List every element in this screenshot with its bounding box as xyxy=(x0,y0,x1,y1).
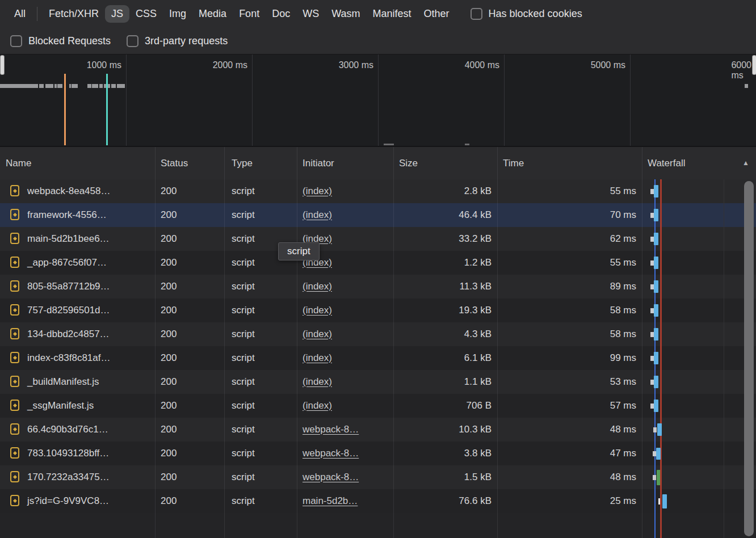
column-header-waterfall[interactable]: Waterfall▲ xyxy=(642,147,756,179)
initiator-link[interactable]: webpack-8… xyxy=(303,472,359,482)
network-overview-timeline[interactable]: 1000 ms2000 ms3000 ms4000 ms5000 ms6000 … xyxy=(0,54,756,147)
request-row[interactable]: framework-4556…200script(index)46.4 kB70… xyxy=(0,203,756,227)
request-name-cell: 757-d82596501d… xyxy=(0,299,155,322)
waterfall-download-bar[interactable] xyxy=(654,304,658,317)
overview-right-grip-handle[interactable] xyxy=(752,55,756,75)
script-file-icon xyxy=(10,304,19,316)
network-activity-dash xyxy=(54,84,57,88)
request-name: main-5d2b1bee6… xyxy=(27,233,110,244)
initiator-link[interactable]: webpack-8… xyxy=(303,448,359,459)
initiator-link[interactable]: (index) xyxy=(303,400,332,411)
column-header-size[interactable]: Size xyxy=(393,147,503,179)
request-name: 757-d82596501d… xyxy=(27,305,110,316)
request-size: 2.8 kB xyxy=(393,179,497,203)
waterfall-download-bar[interactable] xyxy=(657,423,662,436)
timeline-tick-label: 1000 ms xyxy=(87,60,121,70)
request-size: 1.2 kB xyxy=(393,251,497,275)
request-row[interactable]: _ssgManifest.js200script(index)706 B57 m… xyxy=(0,394,756,418)
filter-tab-css[interactable]: CSS xyxy=(129,5,163,23)
request-initiator-cell: webpack-8… xyxy=(297,442,393,465)
request-size: 11.3 kB xyxy=(393,275,497,299)
third-party-requests-checkbox[interactable] xyxy=(127,35,138,47)
overview-left-grip-handle[interactable] xyxy=(0,55,5,75)
network-activity-dash xyxy=(117,84,125,88)
filter-tab-doc[interactable]: Doc xyxy=(266,5,296,23)
network-activity-dash xyxy=(39,84,44,88)
column-header-initiator[interactable]: Initiator xyxy=(297,147,399,179)
initiator-link[interactable]: main-5d2b… xyxy=(303,495,358,506)
request-status: 200 xyxy=(155,465,224,489)
filter-tab-img[interactable]: Img xyxy=(163,5,192,23)
request-row[interactable]: 170.7232a33475…200scriptwebpack-8…1.5 kB… xyxy=(0,465,756,489)
waterfall-download-bar[interactable] xyxy=(654,257,658,269)
request-row[interactable]: js?id=G-9V9VC8…200scriptmain-5d2b…76.6 k… xyxy=(0,489,756,513)
script-file-icon xyxy=(10,233,19,244)
request-row[interactable]: main-5d2b1bee6…200script(index)33.2 kB62… xyxy=(0,227,756,251)
request-initiator-cell: (index) xyxy=(297,370,393,394)
timeline-gridline xyxy=(252,54,253,146)
waterfall-download-bar[interactable] xyxy=(654,185,658,197)
vertical-scrollbar-thumb[interactable] xyxy=(744,181,754,536)
initiator-link[interactable]: (index) xyxy=(303,209,332,220)
request-time: 55 ms xyxy=(497,251,642,275)
initiator-link[interactable]: (index) xyxy=(303,305,332,316)
waterfall-download-bar[interactable] xyxy=(656,448,661,460)
filter-tab-media[interactable]: Media xyxy=(192,5,233,23)
timeline-tick-label: 2000 ms xyxy=(213,60,247,70)
column-header-label: Status xyxy=(161,158,188,169)
column-header-label: Size xyxy=(399,158,418,169)
request-initiator-cell: (index) xyxy=(297,275,393,299)
filter-tab-other[interactable]: Other xyxy=(418,5,456,23)
request-row[interactable]: 66.4c90b3d76c1…200scriptwebpack-8…10.3 k… xyxy=(0,418,756,442)
column-header-status[interactable]: Status xyxy=(155,147,230,179)
column-header-type[interactable]: Type xyxy=(224,147,304,179)
request-name-cell: _buildManifest.js xyxy=(0,370,155,394)
filter-tab-all[interactable]: All xyxy=(8,5,32,23)
filter-tab-wasm[interactable]: Wasm xyxy=(325,5,366,23)
initiator-link[interactable]: (index) xyxy=(303,376,332,387)
waterfall-download-bar[interactable] xyxy=(654,352,658,364)
request-name-cell: 66.4c90b3d76c1… xyxy=(0,418,155,442)
filter-tab-manifest[interactable]: Manifest xyxy=(367,5,418,23)
filter-tab-ws[interactable]: WS xyxy=(296,5,325,23)
initiator-link[interactable]: (index) xyxy=(303,329,332,339)
waterfall-download-bar[interactable] xyxy=(654,233,658,245)
timeline-tick-label: 3000 ms xyxy=(339,60,373,70)
request-type: script xyxy=(224,418,297,442)
request-size: 76.6 kB xyxy=(393,489,497,513)
filter-tab-js[interactable]: JS xyxy=(105,5,129,23)
request-name-cell: main-5d2b1bee6… xyxy=(0,227,155,251)
request-row[interactable]: 134-dbbd2c4857…200script(index)4.3 kB58 … xyxy=(0,322,756,346)
waterfall-download-bar[interactable] xyxy=(654,376,658,388)
column-header-time[interactable]: Time xyxy=(497,147,648,179)
has-blocked-cookies-checkbox[interactable] xyxy=(471,8,482,20)
waterfall-download-bar[interactable] xyxy=(654,400,658,412)
request-row[interactable]: index-c83f8c81af…200script(index)6.1 kB9… xyxy=(0,346,756,370)
request-row[interactable]: _buildManifest.js200script(index)1.1 kB5… xyxy=(0,370,756,394)
request-name-cell: 783.10493128bff… xyxy=(0,442,155,465)
initiator-link[interactable]: (index) xyxy=(303,352,332,363)
waterfall-download-bar[interactable] xyxy=(654,328,658,341)
request-name: webpack-8ea458… xyxy=(27,186,110,196)
waterfall-download-bar[interactable] xyxy=(662,494,667,508)
blocked-requests-checkbox[interactable] xyxy=(10,35,22,47)
request-row[interactable]: _app-867c56f07…200script(index)1.2 kB55 … xyxy=(0,251,756,275)
request-row[interactable]: 757-d82596501d…200script(index)19.3 kB58… xyxy=(0,299,756,322)
request-row[interactable]: 805-85a87712b9…200script(index)11.3 kB89… xyxy=(0,275,756,299)
request-status: 200 xyxy=(155,418,224,442)
waterfall-download-bar[interactable] xyxy=(654,280,658,293)
tooltip-text: script xyxy=(287,246,310,257)
request-row[interactable]: 783.10493128bff…200scriptwebpack-8…3.8 k… xyxy=(0,442,756,465)
filter-tabs: AllFetch/XHRJSCSSImgMediaFontDocWSWasmMa… xyxy=(8,5,456,23)
initiator-link[interactable]: (index) xyxy=(303,281,332,292)
request-row[interactable]: webpack-8ea458…200script(index)2.8 kB55 … xyxy=(0,179,756,203)
initiator-link[interactable]: webpack-8… xyxy=(303,424,359,435)
network-activity-dash xyxy=(108,84,110,88)
timeline-tick-label: 4000 ms xyxy=(465,60,499,70)
filter-tab-font[interactable]: Font xyxy=(233,5,266,23)
waterfall-download-bar[interactable] xyxy=(654,209,658,221)
initiator-link[interactable]: (index) xyxy=(303,186,332,196)
column-header-name[interactable]: Name xyxy=(0,147,161,179)
overview-bottom-dash xyxy=(384,144,394,145)
filter-tab-fetch-xhr[interactable]: Fetch/XHR xyxy=(43,5,105,23)
